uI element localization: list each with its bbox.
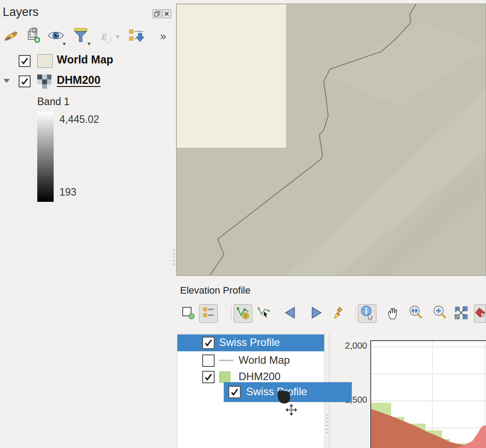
tree-row-swiss-profile[interactable]: Swiss Profile — [177, 334, 324, 351]
layer-row-dhm200[interactable]: DHM200 — [0, 74, 176, 90]
layer-swatch-world-map — [37, 54, 53, 68]
ramp-min-value: 193 — [59, 186, 76, 198]
close-panel-button[interactable] — [162, 9, 171, 18]
tree-checkbox[interactable] — [202, 371, 215, 383]
chevron-down-icon: ▾ — [63, 40, 66, 47]
snapping-icon — [475, 307, 486, 321]
layers-panel: Layers — [0, 0, 176, 448]
chevron-down-icon: ▾ — [87, 40, 90, 47]
hand-icon — [386, 305, 400, 322]
tree-row-world-map[interactable]: World Map — [177, 352, 324, 369]
elevation-chart-plot — [371, 341, 486, 448]
map-canvas[interactable] — [176, 4, 486, 276]
filter-by-expression-button[interactable]: ε — [97, 28, 112, 45]
nudge-right-button[interactable] — [307, 304, 326, 323]
band-label: Band 1 — [37, 96, 70, 108]
layer-name: World Map — [57, 53, 113, 66]
tree-checkbox[interactable] — [202, 337, 215, 349]
tree-checkbox[interactable] — [228, 386, 241, 398]
tree-layer-name: World Map — [239, 354, 290, 366]
manage-map-themes-button[interactable]: ▾ — [47, 28, 65, 45]
nudge-left-button[interactable] — [281, 304, 299, 323]
tree-checkbox[interactable] — [202, 354, 215, 367]
overflow-chevrons: » — [160, 30, 166, 43]
toolbar-overflow-button[interactable]: » — [154, 28, 172, 45]
qgis-workspace: Layers — [0, 0, 486, 448]
layer-tree-icon — [202, 306, 215, 321]
layer-row-world-map[interactable]: World Map — [0, 53, 176, 69]
arrow-right-icon — [310, 306, 323, 321]
zoom-full-icon — [408, 305, 424, 322]
toolbar-separator — [231, 306, 231, 321]
expand-all-icon — [128, 28, 145, 45]
capture-curve-icon — [236, 306, 250, 322]
paintbrush-icon — [3, 28, 19, 45]
layers-toolbar: ▾ ▾ ε ▾ — [0, 27, 176, 46]
identify-icon — [360, 305, 375, 322]
snapping-button[interactable] — [474, 304, 486, 323]
grab-hand-icon — [278, 390, 290, 404]
zoom-in-icon — [432, 305, 448, 322]
filter-expression-dropdown[interactable]: ▾ — [112, 28, 123, 45]
world-map-extent — [177, 4, 286, 148]
zoom-in-button[interactable] — [431, 304, 449, 323]
map-render — [176, 4, 486, 275]
elevation-chart[interactable] — [370, 340, 486, 448]
tree-layer-name: Swiss Profile — [219, 336, 280, 349]
chevron-down-icon: ▾ — [116, 32, 119, 41]
capture-curve-from-feature-icon — [257, 306, 271, 322]
drag-cursor — [270, 384, 299, 420]
float-window-icon — [154, 11, 160, 17]
zoom-full-button[interactable] — [407, 304, 425, 323]
panel-splitter-handle[interactable] — [173, 249, 174, 265]
broom-icon — [332, 305, 346, 322]
toolbar-separator — [355, 306, 356, 321]
capture-curve-from-feature-button[interactable] — [255, 304, 274, 323]
filter-legend-button[interactable]: ▾ — [72, 28, 90, 45]
close-icon — [164, 11, 169, 16]
layers-panel-title: Layers — [3, 5, 39, 19]
layer-name: DHM200 — [57, 74, 101, 86]
elevation-profile-title: Elevation Profile — [180, 285, 251, 296]
elevation-toolbar — [176, 304, 486, 325]
eye-icon — [47, 28, 65, 44]
add-group-icon — [27, 28, 42, 45]
open-layer-styling-button[interactable] — [2, 28, 20, 45]
add-group-button[interactable] — [25, 28, 43, 45]
show-layer-tree-button[interactable] — [199, 304, 218, 323]
line-symbol-swatch — [219, 360, 233, 361]
raster-layer-icon — [37, 75, 51, 90]
splitter-handle[interactable] — [326, 414, 328, 433]
zoom-full-extent-button[interactable] — [452, 304, 470, 323]
float-panel-button[interactable] — [153, 9, 161, 18]
fill-symbol-swatch — [219, 371, 231, 383]
zoom-full-extent-icon — [453, 305, 469, 322]
clear-button[interactable] — [329, 304, 348, 323]
capture-curve-button[interactable] — [234, 304, 252, 323]
add-layers-icon — [181, 306, 195, 322]
layer-checkbox[interactable] — [19, 55, 31, 67]
identify-features-button[interactable] — [358, 304, 376, 323]
pan-button[interactable] — [384, 304, 402, 323]
ramp-max-value: 4,445.02 — [59, 114, 99, 126]
grayscale-ramp — [37, 112, 54, 202]
y-tick-label-2000: 2,000 — [328, 341, 367, 351]
layer-checkbox[interactable] — [19, 75, 31, 87]
elevation-profile-panel: Elevation Profile — [176, 279, 486, 448]
collapse-expander-icon[interactable] — [4, 79, 10, 83]
funnel-icon — [73, 28, 88, 45]
expand-all-button[interactable] — [128, 28, 145, 45]
epsilon-box-icon — [106, 36, 111, 43]
add-layers-button[interactable] — [179, 304, 197, 323]
arrow-left-icon — [284, 306, 296, 321]
tree-layer-name: DHM200 — [239, 370, 281, 383]
